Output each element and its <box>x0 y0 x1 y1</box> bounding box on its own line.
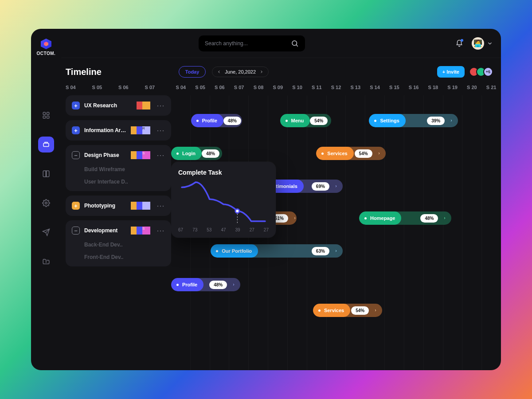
task-card-proto[interactable]: + Phototyping ⋯ <box>66 196 171 216</box>
bar-menu[interactable]: Menu 54% <box>280 114 331 127</box>
plus-icon: + <box>72 102 80 110</box>
task-title: UX Research <box>84 102 132 109</box>
date-cell: S 12 <box>326 85 346 90</box>
nav-send[interactable] <box>38 224 54 240</box>
nav-dashboard[interactable] <box>38 107 54 123</box>
grid-dates: S 04S 05S 06S 07S 08S 09S 10S 11S 12S 13… <box>171 82 501 95</box>
avatar <box>142 202 150 210</box>
chevron-left-icon <box>217 70 221 74</box>
folder-plus-icon <box>42 258 50 266</box>
chevron-right-icon <box>448 117 454 124</box>
today-button[interactable]: Today <box>179 66 206 78</box>
nav-settings[interactable] <box>38 195 54 211</box>
date-cell: S 09 <box>268 85 288 90</box>
gantt-grid[interactable]: S 04S 05S 06S 07S 08S 09S 10S 11S 12S 13… <box>171 82 501 370</box>
bar-services-dev[interactable]: Services 54% <box>313 304 382 317</box>
subtask[interactable]: Build Wireframe <box>72 159 165 172</box>
bar-label: Profile <box>182 282 197 287</box>
task-title: Development <box>84 227 126 234</box>
task-list-column: S 04 S 05 S 06 S 07 + UX Research <box>61 82 171 370</box>
bar-pct: 48% <box>223 117 241 125</box>
task-title: Information Arc... <box>84 127 126 133</box>
date-picker[interactable]: June, 20,2022 <box>212 66 269 77</box>
bar-profile-dev[interactable]: Profile 48% <box>171 278 240 291</box>
chevron-down-icon <box>487 40 493 47</box>
topbar: 🧑‍💻 <box>61 29 501 58</box>
assignees: S <box>131 151 150 159</box>
bar-pct: 54% <box>351 306 369 315</box>
date-cell: S 05 <box>92 85 119 90</box>
chevron-right-icon <box>292 215 297 221</box>
chevron-right-icon <box>259 70 264 74</box>
bar-settings[interactable]: Settings 39% <box>369 114 458 127</box>
sidebar: OCTOM. <box>31 29 61 370</box>
plus-icon: + <box>72 202 80 210</box>
collapse-icon[interactable]: − <box>72 227 80 235</box>
bar-label: Services <box>324 308 344 313</box>
bar-label: Services <box>327 151 347 156</box>
profile-menu[interactable]: 🧑‍💻 <box>472 37 493 50</box>
task-card-info[interactable]: + Information Arc... R ⋯ <box>66 120 171 141</box>
timeline: S 04 S 05 S 06 S 07 + UX Research <box>61 82 501 370</box>
bar-homepage[interactable]: Homepage 48% <box>359 211 451 225</box>
left-dates: S 04 S 05 S 06 S 07 <box>66 82 171 95</box>
bar-services[interactable]: Services 54% <box>316 147 385 160</box>
main: 🧑‍💻 Timeline Today June, 20,2022 + Invit… <box>61 29 501 370</box>
topbar-right: 🧑‍💻 <box>453 37 493 50</box>
avatar <box>142 102 150 110</box>
chart-x-label: 47 <box>221 227 226 232</box>
date-cell: S 06 <box>210 85 230 90</box>
search-box[interactable] <box>199 35 305 51</box>
task-card-design[interactable]: − Design Phase S ⋯ Build Wireframe User … <box>66 145 171 191</box>
bar-label: Our Portfolio <box>222 248 252 254</box>
bar-pct: 48% <box>209 281 227 289</box>
subtask[interactable]: Front-End Dev.. <box>72 248 165 260</box>
search-input[interactable] <box>205 40 276 47</box>
gantt-bars: Profile 48% Menu 54% Settings 39% Login <box>171 95 501 370</box>
assignees: R <box>131 126 150 134</box>
sparkline-chart <box>178 180 269 224</box>
brand: OCTOM. <box>37 39 56 56</box>
header-right: + Invite +5 <box>437 66 493 78</box>
assignees <box>131 202 150 210</box>
notifications-button[interactable] <box>453 37 466 50</box>
app-window: OCTOM. <box>31 29 501 370</box>
bar-label: Settings <box>380 118 399 123</box>
bar-pct: 54% <box>355 149 372 158</box>
book-icon <box>42 170 50 178</box>
date-cell: S 07 <box>145 85 172 90</box>
bar-profile[interactable]: Profile 48% <box>191 114 242 127</box>
nav-timeline[interactable] <box>38 137 54 153</box>
bar-pct: 54% <box>310 117 328 125</box>
nav-new-folder[interactable] <box>38 254 54 270</box>
task-card-dev[interactable]: − Development S ⋯ Back-End Dev.. Front-E… <box>66 220 171 266</box>
send-icon <box>42 228 50 236</box>
page-title: Timeline <box>66 67 102 77</box>
task-card-ux[interactable]: + UX Research ⋯ <box>66 95 171 116</box>
svg-rect-1 <box>47 112 49 114</box>
svg-point-8 <box>235 209 239 213</box>
subtask[interactable]: User Interface D.. <box>72 172 165 185</box>
date-cell: S 13 <box>346 85 365 90</box>
brand-name: OCTOM. <box>37 51 56 56</box>
chevron-right-icon <box>372 307 379 313</box>
member-avatars[interactable]: +5 <box>469 67 493 77</box>
chart-x-label: 27 <box>264 227 269 232</box>
timeline-icon <box>42 141 50 149</box>
collapse-icon[interactable]: − <box>72 151 80 159</box>
bar-login[interactable]: Login 48% <box>171 147 222 160</box>
bar-portfolio[interactable]: Our Portfolio 63% <box>211 244 343 258</box>
avatar: S <box>142 151 150 159</box>
subtask[interactable]: Back-End Dev.. <box>72 235 165 248</box>
search-icon <box>291 39 299 47</box>
date-cell: S 10 <box>288 85 307 90</box>
popover-title: Complete Task <box>178 169 269 176</box>
chart-x-label: 73 <box>192 227 197 232</box>
chart-x-label: 39 <box>235 227 240 232</box>
avatar: S <box>142 227 150 235</box>
invite-button[interactable]: + Invite <box>437 66 465 78</box>
date-cell: S 19 <box>443 85 462 90</box>
grid-icon <box>42 111 50 119</box>
date-cell: S 08 <box>249 85 268 90</box>
nav-docs[interactable] <box>38 166 54 182</box>
